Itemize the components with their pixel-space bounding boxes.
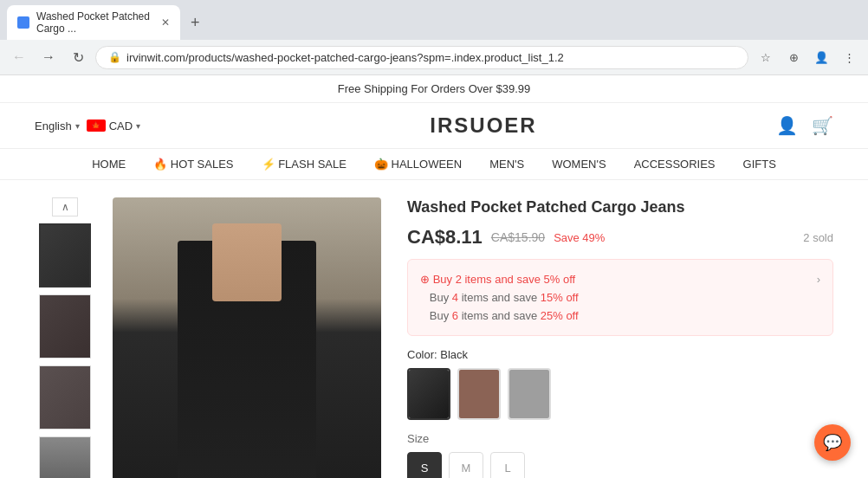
thumb-scroll-up[interactable]: ∧ [52, 197, 78, 216]
language-selector[interactable]: English ▾ [35, 120, 80, 132]
language-chevron-icon: ▾ [75, 121, 80, 131]
nav-item-gifts[interactable]: GIFTS [743, 158, 776, 171]
product-info: Washed Pocket Patched Cargo Jeans CA$8.1… [398, 197, 833, 478]
product-title: Washed Pocket Patched Cargo Jeans [407, 197, 833, 217]
bulk-arrow-icon: › [817, 273, 820, 286]
sold-count: 2 sold [803, 231, 833, 244]
browser-nav-bar: ← → ↻ 🔒 irvinwit.com/products/washed-poc… [0, 40, 868, 74]
header-right: 👤 🛒 [776, 115, 833, 136]
thumbnail-4[interactable] [39, 436, 91, 478]
size-btn-l[interactable]: L [490, 452, 525, 478]
refresh-btn[interactable]: ↻ [66, 45, 90, 69]
shipping-banner: Free Shipping For Orders Over $39.99 [0, 75, 868, 103]
thumbnail-1[interactable] [39, 223, 91, 287]
currency-chevron-icon: ▾ [136, 121, 140, 131]
active-tab[interactable]: Washed Pocket Patched Cargo ... ✕ [7, 5, 180, 40]
original-price: CA$15.90 [491, 230, 545, 244]
size-label: Size [407, 432, 833, 445]
browser-actions: ☆ ⊕ 👤 ⋮ [754, 45, 861, 69]
profile-btn[interactable]: 👤 [809, 45, 833, 69]
thumbnail-3[interactable] [39, 365, 91, 430]
bulk-row-3: Buy 6 items and save 25% off [420, 307, 820, 325]
tab-bar: Washed Pocket Patched Cargo ... ✕ + [0, 0, 868, 40]
main-navigation: HOME 🔥 HOT SALES ⚡ FLASH SALE 🎃 HALLOWEE… [0, 149, 868, 180]
nav-item-halloween[interactable]: 🎃 HALLOWEEN [374, 158, 462, 171]
bulk-icon: ⊕ [420, 273, 430, 286]
bulk-text-2: Buy 4 items and save 15% off [430, 291, 579, 304]
tab-title: Washed Pocket Patched Cargo ... [36, 10, 154, 35]
bulk-row-1: ⊕ Buy 2 items and save 5% off › [420, 270, 820, 288]
language-label: English [35, 120, 72, 132]
size-options: S M L [407, 452, 833, 478]
current-price: CA$8.11 [407, 226, 483, 249]
canada-flag-icon: 🍁 [87, 120, 106, 132]
color-swatch-gray[interactable] [508, 368, 551, 420]
nav-item-mens[interactable]: MEN'S [489, 158, 524, 171]
price-row: CA$8.11 CA$15.90 Save 49% 2 sold [407, 226, 833, 249]
bulk-row-2: Buy 4 items and save 15% off [420, 288, 820, 307]
extensions-btn[interactable]: ⊕ [781, 45, 806, 69]
currency-selector[interactable]: 🍁 CAD ▾ [87, 120, 140, 132]
site-logo[interactable]: IRSUOER [191, 113, 776, 138]
menu-btn[interactable]: ⋮ [837, 45, 861, 69]
nav-item-hot-sales[interactable]: 🔥 HOT SALES [153, 158, 233, 171]
nav-item-home[interactable]: HOME [92, 158, 126, 171]
size-btn-m[interactable]: M [449, 452, 483, 478]
color-label: Color: Black [407, 348, 833, 361]
chat-icon-symbol: 💬 [823, 433, 842, 452]
thumbnail-column: ∧ [35, 197, 95, 478]
cart-icon[interactable]: 🛒 [812, 115, 833, 136]
nav-item-womens[interactable]: WOMEN'S [552, 158, 606, 171]
chat-button[interactable]: 💬 [814, 424, 851, 461]
color-swatches [407, 368, 833, 420]
color-swatch-brown[interactable] [457, 368, 501, 420]
product-page: ∧ Washed Pocket Patched Cargo Jeans [0, 180, 868, 478]
bulk-text-3: Buy 6 items and save 25% off [430, 309, 579, 322]
size-section: Size S M L [407, 432, 833, 478]
shipping-text: Free Shipping For Orders Over $39.99 [338, 82, 531, 95]
site-header: English ▾ 🍁 CAD ▾ IRSUOER 👤 🛒 [0, 103, 868, 149]
address-bar[interactable]: 🔒 irvinwit.com/products/washed-pocket-pa… [95, 46, 748, 69]
bulk-discount-panel[interactable]: ⊕ Buy 2 items and save 5% off › Buy 4 it… [407, 259, 833, 336]
forward-btn[interactable]: → [36, 45, 61, 69]
color-section: Color: Black [407, 348, 833, 420]
bulk-text-1: Buy 2 items and save 5% off [433, 273, 576, 286]
tab-favicon [17, 16, 29, 29]
browser-chrome: Washed Pocket Patched Cargo ... ✕ + ← → … [0, 0, 868, 75]
nav-item-accessories[interactable]: ACCESSORIES [634, 158, 716, 171]
lock-icon: 🔒 [108, 51, 121, 63]
bookmark-btn[interactable]: ☆ [754, 45, 778, 69]
new-tab-btn[interactable]: + [184, 10, 207, 36]
account-icon[interactable]: 👤 [776, 115, 798, 136]
tab-close-btn[interactable]: ✕ [161, 16, 170, 29]
currency-label: CAD [109, 120, 133, 132]
back-btn[interactable]: ← [7, 45, 31, 69]
size-btn-s[interactable]: S [407, 452, 442, 478]
thumbnail-2[interactable] [39, 294, 91, 358]
color-swatch-black[interactable] [407, 368, 450, 420]
main-product-image [113, 197, 381, 478]
discount-badge: Save 49% [554, 231, 605, 244]
nav-item-flash-sale[interactable]: ⚡ FLASH SALE [262, 158, 347, 171]
url-text: irvinwit.com/products/washed-pocket-patc… [126, 51, 564, 64]
